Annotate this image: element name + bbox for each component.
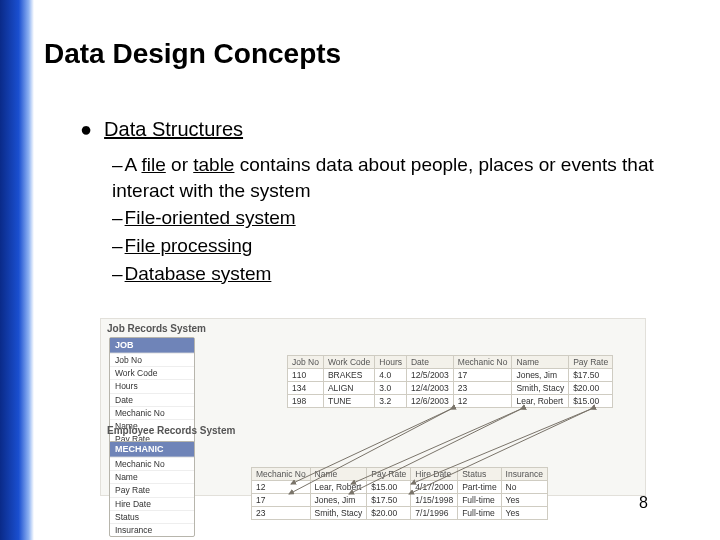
bullet-dot-icon: ● <box>80 118 92 141</box>
table-row: 17 Jones, Jim $17.50 1/15/1998 Full-time… <box>252 494 548 507</box>
cell: 110 <box>288 369 324 382</box>
col-header: Name <box>310 468 367 481</box>
slide: Data Design Concepts ●Data Structures –A… <box>0 0 720 540</box>
cell: $17.50 <box>367 494 411 507</box>
col-header: Work Code <box>323 356 374 369</box>
decorative-blue-bar <box>0 0 34 540</box>
list-item: Hire Date <box>110 497 194 510</box>
cell: 12 <box>252 481 311 494</box>
cell: 4.0 <box>375 369 407 382</box>
cell: ALIGN <box>323 382 374 395</box>
col-header: Date <box>406 356 453 369</box>
list-item: Mechanic No <box>110 406 194 419</box>
list-item: Name <box>110 470 194 483</box>
list-item: Work Code <box>110 366 194 379</box>
cell: 4/17/2000 <box>411 481 458 494</box>
sub2-text: File-oriented system <box>125 207 296 228</box>
sub-line-2: –File-oriented system <box>112 205 672 231</box>
col-header: Mechanic No <box>252 468 311 481</box>
list-item: Insurance <box>110 523 194 536</box>
col-header: Insurance <box>501 468 547 481</box>
cell: BRAKES <box>323 369 374 382</box>
col-header: Hours <box>375 356 407 369</box>
list-item: Mechanic No <box>110 457 194 470</box>
sub4-text: Database system <box>125 263 272 284</box>
col-header: Job No <box>288 356 324 369</box>
cell: $20.00 <box>367 507 411 520</box>
cell: No <box>501 481 547 494</box>
cell: 1/15/1998 <box>411 494 458 507</box>
col-header: Name <box>512 356 569 369</box>
list-item: Pay Rate <box>110 483 194 496</box>
cell: $15.00 <box>569 395 613 408</box>
job-panel-header: JOB <box>110 338 194 353</box>
mechanic-panel-header: MECHANIC <box>110 442 194 457</box>
dash-icon: – <box>112 235 123 256</box>
cell: $15.00 <box>367 481 411 494</box>
col-header: Mechanic No <box>453 356 512 369</box>
table-row: 198 TUNE 3.2 12/6/2003 12 Lear, Robert $… <box>288 395 613 408</box>
page-number: 8 <box>639 494 648 512</box>
col-header: Status <box>458 468 501 481</box>
list-item: Hours <box>110 379 194 392</box>
table-row: 12 Lear, Robert $15.00 4/17/2000 Part-ti… <box>252 481 548 494</box>
sub-line-3: –File processing <box>112 233 672 259</box>
cell: 23 <box>453 382 512 395</box>
bullet-label: Data Structures <box>104 118 243 140</box>
cell: 17 <box>252 494 311 507</box>
cell: 23 <box>252 507 311 520</box>
cell: 12/6/2003 <box>406 395 453 408</box>
sub1-file: file <box>141 154 165 175</box>
col-header: Pay Rate <box>367 468 411 481</box>
col-header: Pay Rate <box>569 356 613 369</box>
cell: 3.0 <box>375 382 407 395</box>
table-header-row: Job No Work Code Hours Date Mechanic No … <box>288 356 613 369</box>
cell: Smith, Stacy <box>512 382 569 395</box>
cell: Part-time <box>458 481 501 494</box>
dash-icon: – <box>112 263 123 284</box>
cell: 12 <box>453 395 512 408</box>
list-item: Job No <box>110 353 194 366</box>
table-header-row: Mechanic No Name Pay Rate Hire Date Stat… <box>252 468 548 481</box>
job-section-title: Job Records System <box>101 319 645 336</box>
table-row: 110 BRAKES 4.0 12/5/2003 17 Jones, Jim $… <box>288 369 613 382</box>
employee-section-title: Employee Records System <box>107 425 235 436</box>
cell: Lear, Robert <box>310 481 367 494</box>
bullet-data-structures: ●Data Structures <box>80 118 243 141</box>
cell: TUNE <box>323 395 374 408</box>
sub-line-1: –A file or table contains data about peo… <box>112 152 672 203</box>
cell: 198 <box>288 395 324 408</box>
table-row: 134 ALIGN 3.0 12/4/2003 23 Smith, Stacy … <box>288 382 613 395</box>
dash-icon: – <box>112 207 123 228</box>
sub-line-4: –Database system <box>112 261 672 287</box>
cell: $17.50 <box>569 369 613 382</box>
col-header: Hire Date <box>411 468 458 481</box>
cell: $20.00 <box>569 382 613 395</box>
cell: Jones, Jim <box>310 494 367 507</box>
cell: Smith, Stacy <box>310 507 367 520</box>
sub1-prefix: A <box>125 154 142 175</box>
sub1-table: table <box>193 154 234 175</box>
cell: Jones, Jim <box>512 369 569 382</box>
sub1-mid: or <box>166 154 193 175</box>
list-item: Date <box>110 393 194 406</box>
cell: Full-time <box>458 507 501 520</box>
cell: Lear, Robert <box>512 395 569 408</box>
cell: 7/1/1996 <box>411 507 458 520</box>
job-table: Job No Work Code Hours Date Mechanic No … <box>287 355 613 408</box>
cell: 3.2 <box>375 395 407 408</box>
mechanic-panel-fields: Mechanic No Name Pay Rate Hire Date Stat… <box>110 457 194 536</box>
mechanic-table: Mechanic No Name Pay Rate Hire Date Stat… <box>251 467 548 520</box>
slide-title: Data Design Concepts <box>44 38 341 70</box>
cell: Full-time <box>458 494 501 507</box>
cell: 17 <box>453 369 512 382</box>
cell: 12/5/2003 <box>406 369 453 382</box>
cell: Yes <box>501 494 547 507</box>
cell: Yes <box>501 507 547 520</box>
dash-icon: – <box>112 154 123 175</box>
cell: 12/4/2003 <box>406 382 453 395</box>
sub3-text: File processing <box>125 235 253 256</box>
cell: 134 <box>288 382 324 395</box>
sub-bullets: –A file or table contains data about peo… <box>112 152 672 288</box>
list-item: Status <box>110 510 194 523</box>
